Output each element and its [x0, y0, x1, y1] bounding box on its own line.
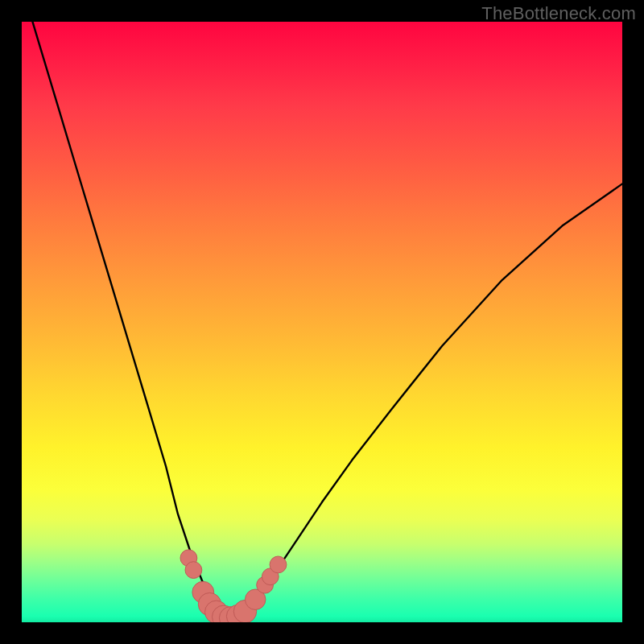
curve-markers	[180, 550, 287, 622]
frame: TheBottleneck.com	[0, 0, 644, 644]
svg-point-1	[185, 562, 202, 579]
svg-point-12	[270, 556, 287, 573]
chart-svg	[22, 22, 622, 622]
plot-area	[22, 22, 622, 622]
curve-line	[22, 22, 622, 616]
watermark-text: TheBottleneck.com	[481, 3, 636, 24]
